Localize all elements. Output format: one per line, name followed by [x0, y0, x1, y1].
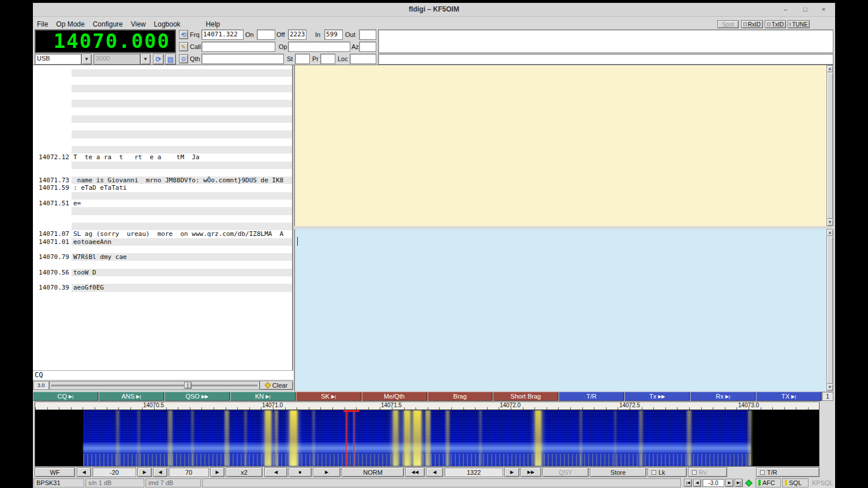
browser-row[interactable] [33, 261, 292, 268]
rxid-button[interactable]: RxID [741, 20, 763, 28]
browser-row[interactable]: 14071.07SL ag (sorry ureau) more on www.… [33, 230, 292, 238]
sql-toggle[interactable]: SQL [782, 478, 809, 487]
lock-checkbox[interactable]: Lk [648, 467, 687, 477]
scroll-up-icon[interactable]: ▲ [827, 230, 833, 236]
browser-row[interactable]: 14072.12T te a ra t rt e a tM Ja [33, 153, 292, 161]
clear-browser-button[interactable]: Clear [260, 381, 293, 390]
browser-row[interactable]: 14071.73 name is Giovanni mrno JM88DVfo:… [33, 177, 292, 184]
browser-row[interactable] [33, 246, 292, 253]
browser-row[interactable] [33, 115, 292, 123]
qso-notes-field[interactable] [378, 29, 833, 53]
frequency-display[interactable]: 14070.000 [35, 29, 176, 53]
scroll-up-icon[interactable]: ▲ [827, 66, 833, 72]
bandwidth-combo[interactable]: 3000 ▼ [93, 54, 151, 65]
qso-country-field[interactable] [378, 54, 833, 65]
browser-row[interactable]: 14070.79W7RšBl dmy cae [33, 253, 292, 261]
mode-combo[interactable]: USB ▼ [35, 54, 92, 65]
browser-row[interactable] [33, 85, 292, 92]
chevron-down-icon[interactable]: ▼ [81, 54, 92, 65]
qsy-button[interactable]: ⟲ [179, 30, 188, 39]
browser-row[interactable] [33, 130, 292, 138]
nav-last-button[interactable]: ▶| [735, 479, 743, 487]
range-down-button[interactable]: ◀ [153, 467, 167, 477]
browser-row[interactable]: 14071.51e= [33, 200, 292, 207]
nav-prev-button[interactable]: ◀ [693, 479, 701, 487]
squelch-slider[interactable] [49, 381, 260, 390]
menu-help[interactable]: Help [202, 20, 225, 28]
seek-left-button[interactable]: ◀◀ [405, 467, 425, 477]
store-button[interactable]: Store [590, 467, 646, 477]
browser-row[interactable] [33, 123, 292, 130]
logbook-button[interactable]: ▤ [165, 54, 176, 65]
rst-out-field[interactable] [359, 29, 376, 40]
macro-button-rx[interactable]: Rx▶| [690, 392, 755, 401]
scroll-left-button[interactable]: ◀ [264, 467, 287, 477]
browser-row[interactable] [33, 192, 292, 200]
chevron-down-icon[interactable]: ▼ [140, 54, 151, 65]
browser-row[interactable]: 14071.01eotoaeeAnn [33, 238, 292, 246]
afc-toggle[interactable]: AFC [755, 478, 781, 487]
macro-button-kn[interactable]: KN▶| [230, 392, 295, 401]
browser-row[interactable] [33, 207, 292, 215]
rx-text-pane[interactable] [294, 65, 826, 226]
tx-scrollbar-thumb[interactable] [827, 237, 833, 384]
ref-level-down-button[interactable]: ◀ [77, 467, 91, 477]
carrier-down-button[interactable]: ◀ [426, 467, 443, 477]
seek-right-button[interactable]: ▶▶ [521, 467, 541, 477]
slider-handle[interactable] [184, 382, 192, 389]
mode-status-button[interactable]: BPSK31 [33, 478, 84, 487]
pr-field[interactable] [320, 54, 335, 64]
macro-set-indicator[interactable]: 1 [822, 392, 833, 401]
browser-row[interactable] [33, 107, 292, 115]
az-field[interactable] [359, 42, 376, 52]
st-field[interactable] [295, 54, 310, 64]
ref-level-up-button[interactable]: ▶ [137, 467, 152, 477]
wf-mode-button[interactable]: WF [35, 467, 75, 477]
wf-speed-button[interactable]: NORM [342, 467, 404, 477]
macro-button-tx[interactable]: TX▶| [756, 392, 821, 401]
nav-next-button[interactable]: ▶ [725, 479, 734, 487]
menu-file[interactable]: File [33, 20, 52, 28]
tune-button[interactable]: TUNE [788, 20, 810, 28]
time-on-field[interactable] [257, 29, 275, 40]
call-field[interactable] [201, 42, 275, 52]
browser-row[interactable]: 14070.39aeoGf0EG [33, 284, 292, 291]
rx-scrollbar-thumb[interactable] [827, 73, 833, 219]
macro-button-me-qth[interactable]: Me/Qth [362, 392, 427, 401]
macro-button-ans[interactable]: ANS▶| [99, 392, 164, 401]
clear-qso-button[interactable]: ✎ [179, 42, 188, 51]
menu-op-mode[interactable]: Op Mode [52, 20, 88, 28]
range-up-button[interactable]: ▶ [210, 467, 225, 477]
waterfall-display[interactable] [35, 410, 819, 466]
rx-scrollbar[interactable]: ▲ ▼ [826, 65, 833, 226]
qth-lookup-button[interactable]: ⊙ [179, 54, 188, 63]
browser-row[interactable] [33, 146, 292, 153]
macro-button-qso[interactable]: QSO▶▶ [164, 392, 230, 401]
txid-button[interactable]: TxID [765, 20, 786, 28]
minimize-button[interactable]: – [779, 5, 792, 14]
close-button[interactable]: × [817, 5, 830, 14]
browser-row[interactable] [33, 69, 292, 77]
zoom-button[interactable]: x2 [226, 467, 263, 477]
op-field[interactable] [288, 42, 350, 52]
macro-button-short-brag[interactable]: Short Brag [493, 392, 558, 401]
nav-first-button[interactable]: |◀ [684, 479, 692, 487]
browser-row[interactable] [33, 276, 292, 284]
macro-button-cq[interactable]: CQ▶| [33, 392, 98, 401]
time-off-field[interactable]: 2223 [288, 29, 306, 40]
browser-row[interactable] [33, 138, 292, 146]
carrier-up-button[interactable]: ▶ [504, 467, 519, 477]
scroll-down-icon[interactable]: ▼ [827, 384, 833, 391]
rst-in-field[interactable]: 599 [324, 29, 343, 40]
tx-scrollbar[interactable]: ▲ ▼ [826, 229, 833, 391]
browser-row[interactable] [33, 169, 292, 177]
transmit-receive-checkbox[interactable]: T/R [756, 467, 820, 477]
browser-row[interactable] [33, 100, 292, 107]
maximize-button[interactable]: □ [799, 5, 811, 14]
waterfall-scale[interactable]: 14070.514071.014071.514072.014072.514073… [35, 402, 819, 410]
scroll-right-button[interactable]: ▶ [313, 467, 341, 477]
frq-field[interactable]: 14071.322 [201, 29, 244, 40]
titlebar[interactable]: fldigi – KF5OIM – □ × [33, 3, 835, 17]
center-button[interactable]: ■ [289, 467, 312, 477]
browser-row[interactable] [33, 223, 292, 230]
